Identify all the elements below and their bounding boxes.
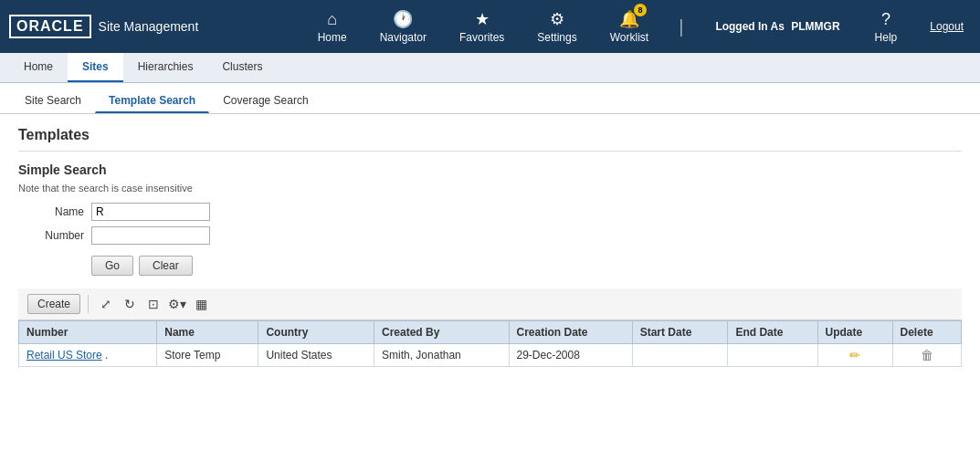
number-row: Number — [18, 226, 962, 245]
top-navigation: ORACLE Site Management ⌂ Home 🕐 Navigato… — [0, 0, 980, 53]
user-info: Logged In As PLMMGR — [706, 20, 848, 33]
col-update: Update — [817, 321, 892, 344]
nav-items: ⌂ Home 🕐 Navigator ★ Favorites ⚙ Setting… — [311, 4, 971, 49]
favorites-label: Favorites — [459, 31, 504, 44]
help-icon: ? — [881, 10, 890, 29]
home-label: Home — [318, 31, 347, 44]
worklist-icon: 🔔 8 — [619, 9, 639, 29]
worklist-label: Worklist — [610, 31, 648, 44]
page-body: Templates Simple Search Note that the se… — [0, 114, 980, 380]
home-icon: ⌂ — [327, 10, 337, 29]
col-delete: Delete — [892, 321, 961, 344]
help-nav-item[interactable]: ? Help — [868, 5, 905, 49]
worklist-badge: 8 — [634, 4, 647, 16]
search-note: Note that the search is case insensitive — [18, 183, 962, 194]
oracle-logo: ORACLE — [9, 15, 91, 38]
number-suffix: . — [105, 349, 108, 361]
logout-button[interactable]: Logout — [922, 20, 971, 33]
name-label: Name — [18, 205, 91, 218]
settings-dropdown-icon[interactable]: ⚙▾ — [167, 294, 187, 314]
tab-sites[interactable]: Sites — [68, 53, 123, 82]
cell-start-date — [632, 344, 728, 367]
results-toolbar: Create ⤢ ↻ ⊡ ⚙▾ ▦ — [18, 288, 962, 320]
detach-icon[interactable]: ⊡ — [143, 294, 163, 314]
cell-delete: 🗑 — [892, 344, 961, 367]
go-button[interactable]: Go — [91, 256, 133, 276]
refresh-icon[interactable]: ↻ — [120, 294, 140, 314]
form-buttons: Go Clear — [91, 256, 962, 276]
app-logo: ORACLE Site Management — [9, 15, 198, 38]
col-number: Number — [19, 321, 157, 344]
tab-hierarchies[interactable]: Hierarchies — [123, 53, 208, 82]
name-row: Name — [18, 203, 962, 221]
simple-search-title: Simple Search — [18, 162, 962, 177]
cell-name: Store Temp — [157, 344, 258, 367]
table-body: Retail US Store . Store Temp United Stat… — [19, 344, 962, 367]
name-input[interactable] — [91, 203, 210, 221]
table-row: Retail US Store . Store Temp United Stat… — [19, 344, 962, 367]
col-creation-date: Creation Date — [509, 321, 632, 344]
user-prefix: Logged In As — [715, 20, 785, 33]
favorites-icon: ★ — [475, 9, 490, 29]
username: PLMMGR — [791, 20, 839, 33]
table-header: Number Name Country Created By Creation … — [19, 321, 962, 344]
cell-creation-date: 29-Dec-2008 — [509, 344, 632, 367]
col-start-date: Start Date — [632, 321, 728, 344]
help-label: Help — [875, 31, 898, 44]
worklist-nav-item[interactable]: 🔔 8 Worklist — [603, 4, 656, 49]
settings-nav-item[interactable]: ⚙ Settings — [530, 4, 584, 49]
tab-clusters[interactable]: Clusters — [207, 53, 277, 82]
grid-icon[interactable]: ▦ — [191, 294, 211, 314]
navigator-icon: 🕐 — [393, 9, 413, 29]
cell-number: Retail US Store . — [19, 344, 157, 367]
col-created-by: Created By — [374, 321, 509, 344]
nav-separator: | — [679, 16, 683, 37]
col-end-date: End Date — [728, 321, 817, 344]
content-area: Site Search Template Search Coverage Sea… — [0, 83, 980, 380]
settings-label: Settings — [537, 31, 576, 44]
toolbar-separator-1 — [88, 295, 89, 313]
cell-created-by: Smith, Jonathan — [374, 344, 509, 367]
navigator-label: Navigator — [380, 31, 427, 44]
number-label: Number — [18, 229, 91, 242]
favorites-nav-item[interactable]: ★ Favorites — [452, 4, 511, 49]
sub-tab-site-search[interactable]: Site Search — [11, 89, 95, 113]
number-link[interactable]: Retail US Store — [26, 349, 102, 361]
col-name: Name — [157, 321, 258, 344]
create-button[interactable]: Create — [27, 294, 80, 314]
cell-end-date — [728, 344, 817, 367]
results-table: Number Name Country Created By Creation … — [18, 320, 962, 367]
clear-button[interactable]: Clear — [139, 256, 193, 276]
sub-tab-template-search[interactable]: Template Search — [95, 89, 209, 113]
home-nav-item[interactable]: ⌂ Home — [311, 5, 354, 49]
update-icon[interactable]: ✏ — [849, 348, 860, 362]
number-input[interactable] — [91, 226, 210, 245]
main-tabs: Home Sites Hierarchies Clusters — [0, 53, 980, 83]
expand-icon[interactable]: ⤢ — [96, 294, 116, 314]
page-title: Templates — [18, 127, 962, 152]
app-title: Site Management — [99, 19, 199, 34]
col-country: Country — [258, 321, 374, 344]
tab-home[interactable]: Home — [9, 53, 68, 82]
cell-country: United States — [258, 344, 374, 367]
sub-tab-coverage-search[interactable]: Coverage Search — [209, 89, 321, 113]
navigator-nav-item[interactable]: 🕐 Navigator — [373, 4, 434, 49]
sub-tabs: Site Search Template Search Coverage Sea… — [0, 83, 980, 114]
cell-update: ✏ — [817, 344, 892, 367]
delete-icon[interactable]: 🗑 — [921, 348, 933, 362]
settings-icon: ⚙ — [550, 9, 564, 29]
